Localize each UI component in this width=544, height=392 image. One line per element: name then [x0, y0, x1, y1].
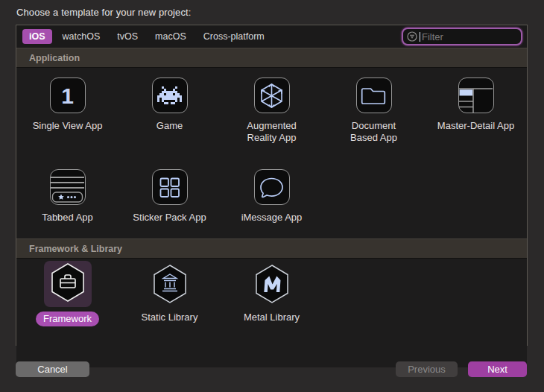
augmented-reality-icon [254, 78, 290, 113]
framework-grid-row: Framework Static Library [16, 259, 527, 367]
template-label: Single View App [33, 120, 103, 132]
template-label: Document Based App [350, 120, 397, 144]
template-label: iMessage App [241, 212, 303, 224]
template-label: Sticker Pack App [133, 212, 206, 224]
template-item-single-view-app[interactable]: 1 Single View App [16, 68, 118, 159]
template-item-tabbed-app[interactable]: Tabbed App [16, 159, 118, 238]
tab-ios[interactable]: iOS [22, 29, 52, 44]
document-folder-icon [356, 78, 392, 113]
section-header-label: Application [29, 53, 80, 63]
pixel-invader-glyph [157, 86, 159, 89]
game-icon [152, 78, 188, 113]
framework-toolbox-icon [50, 262, 86, 306]
previous-button[interactable]: Previous [396, 361, 458, 377]
tab-macos[interactable]: macOS [148, 29, 193, 44]
template-label: Metal Library [244, 312, 300, 323]
single-view-glyph: 1 [61, 83, 74, 108]
template-label: Game [156, 120, 183, 132]
template-label: Augmented Reality App [247, 120, 297, 144]
selected-template-highlight [44, 261, 92, 307]
next-button[interactable]: Next [468, 361, 527, 377]
static-library-icon [152, 264, 188, 307]
template-item-master-detail-app[interactable]: Master-Detail App [425, 68, 527, 159]
template-item-document-based-app[interactable]: Document Based App [323, 68, 425, 159]
template-label: Master-Detail App [437, 120, 514, 132]
template-item-game[interactable]: Game [118, 68, 221, 159]
template-item-metal-library[interactable]: Metal Library [221, 259, 323, 367]
text-caret [420, 32, 420, 42]
template-item-sticker-pack-app[interactable]: Sticker Pack App [118, 159, 221, 238]
dialog-title: Choose a template for your new project: [16, 7, 191, 18]
platform-tabbar: iOS watchOS tvOS macOS Cross-platform [16, 25, 527, 48]
sticker-pack-icon [152, 169, 188, 205]
tab-tvos[interactable]: tvOS [110, 29, 145, 44]
section-header-application: Application [16, 48, 527, 68]
template-item-static-library[interactable]: Static Library [118, 259, 221, 367]
template-item-augmented-reality-app[interactable]: Augmented Reality App [221, 68, 323, 159]
imessage-bubble-icon [254, 169, 290, 205]
template-item-imessage-app[interactable]: iMessage App [221, 159, 323, 238]
section-header-framework-library: Framework & Library [16, 238, 527, 259]
template-label: Framework [36, 312, 99, 326]
template-chooser-panel: iOS watchOS tvOS macOS Cross-platform Ap… [16, 25, 528, 346]
tab-watchos[interactable]: watchOS [56, 29, 107, 44]
filter-input[interactable] [422, 31, 517, 42]
application-grid-row-2: Tabbed App Sticker Pack App iMessage App [16, 159, 527, 238]
template-label: Static Library [142, 312, 198, 323]
template-label: Tabbed App [42, 212, 93, 224]
cancel-button[interactable]: Cancel [16, 361, 89, 377]
master-detail-icon [458, 78, 494, 113]
tabbed-app-icon [50, 169, 86, 205]
filter-icon [407, 31, 417, 42]
application-grid-row-1: 1 Single View App Game [16, 68, 527, 159]
single-view-app-icon: 1 [50, 78, 86, 113]
tab-cross-platform[interactable]: Cross-platform [197, 29, 271, 44]
section-header-label: Framework & Library [29, 244, 122, 254]
metal-library-icon [254, 264, 290, 307]
template-item-framework[interactable]: Framework [16, 259, 118, 367]
filter-field[interactable] [402, 28, 522, 45]
